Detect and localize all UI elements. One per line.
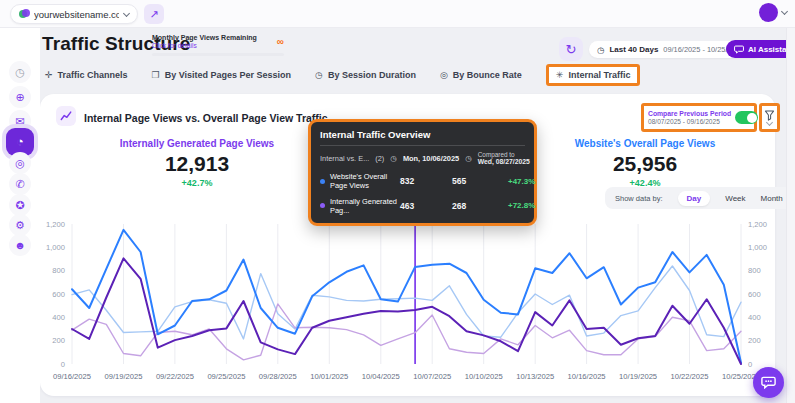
show-data-by: Show data by: Day Week Month Year <box>605 187 795 209</box>
tab-traffic-channels[interactable]: ✛ Traffic Channels <box>45 70 128 80</box>
chart-card: Internal Page Views vs. Overall Page Vie… <box>40 94 775 396</box>
metric-value: 12,913 <box>92 152 302 176</box>
row-delta: +47.3% <box>508 177 535 186</box>
infinity-badge: ∞ <box>277 36 284 47</box>
granularity-month[interactable]: Month <box>761 194 783 203</box>
svg-text:10/22/2025: 10/22/2025 <box>670 372 708 381</box>
row-previous-value: 268 <box>452 201 508 211</box>
monthly-usage-details-link[interactable]: Click for details <box>152 42 284 49</box>
svg-text:09/19/2025: 09/19/2025 <box>104 372 142 381</box>
tab-by-bounce-rate[interactable]: ◎ By Bounce Rate <box>440 70 522 80</box>
chart-tooltip: Internal Traffic Overview Internal vs. E… <box>308 119 537 226</box>
sidebar: ◷ ⊕ ✉ ◔ ◎ ✆ ✪ ⚙ ☻ <box>0 28 40 403</box>
sidebar-item-account[interactable]: ☻ <box>9 234 31 256</box>
sidebar-item-security[interactable]: ✪ <box>9 194 31 216</box>
svg-text:1,200: 1,200 <box>748 220 767 229</box>
chart-title: Internal Page Views vs. Overall Page Vie… <box>84 112 328 124</box>
report-tabs: ✛ Traffic Channels ❐ By Visited Pages Pe… <box>45 64 640 86</box>
tab-label: Internal Traffic <box>568 70 630 80</box>
row-current-value: 463 <box>400 201 452 211</box>
svg-text:1,000: 1,000 <box>46 243 65 252</box>
compare-range: 08/07/2025 - 09/16/2025 <box>648 118 731 125</box>
ai-assistant-button[interactable]: AI Assistant <box>726 40 795 58</box>
sidebar-item-explore[interactable]: ⊕ <box>9 86 31 108</box>
svg-text:10/07/2025: 10/07/2025 <box>413 372 451 381</box>
compare-label: Compare Previous Period <box>648 110 731 117</box>
svg-text:400: 400 <box>52 313 65 322</box>
svg-text:800: 800 <box>748 266 761 275</box>
account-icon: ☻ <box>14 239 26 251</box>
metric-value: 25,956 <box>540 152 750 176</box>
row-current-value: 832 <box>400 176 452 186</box>
tab-label: Traffic Channels <box>58 70 128 80</box>
tab-label: By Session Duration <box>328 70 416 80</box>
topbar: yourwebsitename.com ↗ <box>0 0 795 28</box>
metric-label: Internally Generated Page Views <box>92 138 302 149</box>
scrollbar[interactable] <box>786 28 795 403</box>
compare-toggle[interactable] <box>735 111 758 124</box>
line-chart-icon <box>60 110 72 122</box>
period-label: Last 40 Days <box>609 45 658 54</box>
monthly-usage-widget: Monthly Page Views Remaining Click for d… <box>152 34 284 56</box>
row-delta: +72.8% <box>508 201 535 210</box>
svg-text:0: 0 <box>748 360 752 369</box>
granularity-week[interactable]: Week <box>725 194 745 203</box>
overall-page-views-metric: Website's Overall Page Views 25,956 +42.… <box>540 138 750 188</box>
tooltip-title: Internal Traffic Overview <box>320 129 525 146</box>
svg-text:200: 200 <box>52 336 65 345</box>
chevron-down-icon <box>123 9 130 16</box>
sidebar-item-comments[interactable]: ✆ <box>9 173 31 195</box>
clock-icon: ◷ <box>597 45 604 55</box>
row-label: Website's Overall Page Views <box>330 172 400 191</box>
traffic-chart[interactable]: 09/16/202509/19/202509/22/202509/25/2025… <box>44 214 771 388</box>
chat-icon <box>734 45 744 54</box>
svg-text:10/10/2025: 10/10/2025 <box>465 372 503 381</box>
filter-button[interactable] <box>759 103 780 132</box>
pages-icon: ❐ <box>152 70 160 80</box>
series-dot-purple <box>320 203 325 208</box>
svg-text:1,200: 1,200 <box>46 220 65 229</box>
refresh-button[interactable]: ↻ <box>559 37 583 61</box>
svg-text:09/28/2025: 09/28/2025 <box>259 372 297 381</box>
tooltip-series-count: (2) <box>375 154 384 163</box>
row-label: Internally Generated Pag... <box>330 197 400 216</box>
svg-text:10/01/2025: 10/01/2025 <box>310 372 348 381</box>
explore-icon: ⊕ <box>15 91 24 103</box>
history-icon: ◷ <box>15 66 25 78</box>
inbox-icon: ✉ <box>15 115 24 127</box>
sidebar-item-history[interactable]: ◷ <box>9 61 31 83</box>
monthly-usage-label: Monthly Page Views Remaining <box>152 34 284 41</box>
svg-text:0: 0 <box>61 360 65 369</box>
sidebar-item-settings[interactable]: ⚙ <box>9 214 31 236</box>
metric-label: Website's Overall Page Views <box>540 138 750 149</box>
comments-icon: ✆ <box>15 178 24 190</box>
security-icon: ✪ <box>15 199 24 211</box>
tab-by-visited-pages[interactable]: ❐ By Visited Pages Per Session <box>152 70 291 80</box>
app-screen: yourwebsitename.com ↗ ◷ ⊕ ✉ ◔ ◎ ✆ ✪ ⚙ ☻ … <box>0 0 795 403</box>
goals-icon: ◎ <box>15 157 25 169</box>
svg-text:200: 200 <box>748 336 761 345</box>
series-dot-blue <box>320 179 325 184</box>
svg-text:10/19/2025: 10/19/2025 <box>619 372 657 381</box>
show-data-by-label: Show data by: <box>615 194 663 203</box>
tab-internal-traffic[interactable]: ✳ Internal Traffic <box>546 64 641 86</box>
bounce-rate-icon: ◎ <box>440 70 448 80</box>
share-button[interactable]: ↗ <box>144 4 164 24</box>
tab-by-session-duration[interactable]: ◷ By Session Duration <box>315 70 416 80</box>
metric-delta: +42.7% <box>92 178 302 188</box>
clock-icon: ◷ <box>465 154 472 163</box>
site-favicon-icon <box>19 9 29 19</box>
svg-text:10/13/2025: 10/13/2025 <box>516 372 554 381</box>
tooltip-series-label: Internal vs. E... <box>320 154 369 163</box>
svg-text:10/16/2025: 10/16/2025 <box>568 372 606 381</box>
granularity-day[interactable]: Day <box>678 191 711 206</box>
tooltip-current-date: Mon, 10/06/2025 <box>403 154 459 163</box>
tab-label: By Bounce Rate <box>453 70 522 80</box>
site-selector[interactable]: yourwebsitename.com <box>10 4 138 24</box>
tooltip-compared: Compared to Wed, 08/27/2025 <box>478 151 530 166</box>
analytics-icon: ◔ <box>16 134 24 149</box>
support-chat-button[interactable] <box>753 367 784 398</box>
chart-title-icon <box>56 106 76 126</box>
user-menu[interactable] <box>759 3 787 22</box>
sidebar-item-goals[interactable]: ◎ <box>9 152 31 174</box>
